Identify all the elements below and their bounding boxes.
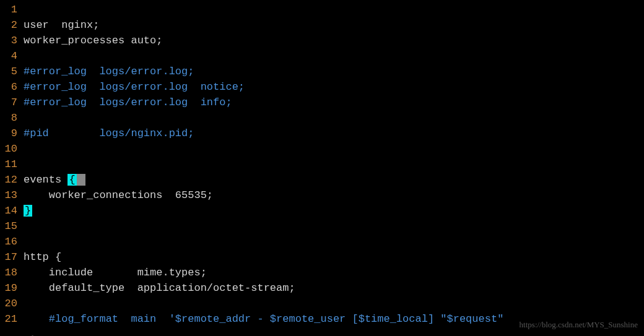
line-number: 19 (0, 280, 17, 296)
code-segment: user nginx; (24, 19, 99, 31)
code-line[interactable]: default_type application/octet-stream; (24, 280, 644, 296)
line-number: 15 (0, 218, 17, 234)
code-segment: { (67, 174, 76, 186)
code-line[interactable] (24, 218, 644, 234)
code-segment: } (24, 205, 32, 217)
line-number: 18 (0, 265, 17, 280)
code-line[interactable] (24, 157, 644, 172)
code-line[interactable]: http { (24, 249, 644, 265)
code-line[interactable]: user nginx; (24, 17, 644, 33)
code-area[interactable]: user nginx;worker_processes auto;#error_… (24, 2, 644, 327)
code-segment: events (24, 174, 67, 186)
line-number: 5 (0, 64, 17, 79)
code-segment (24, 313, 49, 325)
code-segment: http { (24, 251, 61, 263)
line-number: 7 (0, 95, 17, 110)
code-segment: #log_format main '$remote_addr - $remote… (49, 313, 504, 325)
line-number: 9 (0, 126, 17, 141)
line-number: 8 (0, 110, 17, 126)
code-segment: default_type application/octet-stream; (24, 282, 295, 294)
code-line[interactable]: } (24, 203, 644, 218)
code-line[interactable]: worker_connections 65535; (24, 187, 644, 203)
code-line[interactable]: include mime.types; (24, 265, 644, 280)
code-line[interactable] (24, 234, 644, 249)
line-number: 16 (0, 234, 17, 249)
code-line[interactable] (24, 141, 644, 157)
line-number: 14 (0, 203, 17, 218)
line-number: 20 (0, 296, 17, 311)
code-line[interactable] (24, 296, 644, 311)
code-line[interactable] (24, 2, 644, 17)
code-segment: #error_log logs/error.log info; (24, 97, 232, 108)
line-number: 3 (0, 33, 17, 48)
code-line[interactable]: #log_format main '$remote_addr - $remote… (24, 311, 644, 327)
line-number: 1 (0, 2, 17, 17)
code-segment: #pid logs/nginx.pid; (24, 127, 194, 139)
code-line[interactable]: worker_processes auto; (24, 33, 644, 48)
code-line[interactable] (24, 48, 644, 64)
line-number: 4 (0, 48, 17, 64)
code-line[interactable] (24, 110, 644, 126)
code-line[interactable]: #error_log logs/error.log notice; (24, 79, 644, 95)
line-number: 13 (0, 187, 17, 203)
line-number: 6 (0, 79, 17, 95)
gutter: 123456789101112131415161718192021 (0, 2, 24, 327)
line-number: 21 (0, 311, 17, 327)
code-segment: #error_log logs/error.log; (24, 66, 194, 77)
continuation-indicator: , (0, 327, 644, 336)
code-line[interactable]: #error_log logs/error.log info; (24, 95, 644, 110)
code-editor[interactable]: 123456789101112131415161718192021 user n… (0, 0, 644, 327)
code-line[interactable]: #pid logs/nginx.pid; (24, 126, 644, 141)
code-segment: include mime.types; (24, 267, 207, 278)
code-segment: worker_processes auto; (24, 35, 162, 46)
code-segment: #error_log logs/error.log notice; (24, 81, 245, 93)
code-line[interactable]: events { (24, 172, 644, 187)
line-number: 11 (0, 157, 17, 172)
line-number: 17 (0, 249, 17, 265)
code-segment (77, 174, 85, 186)
line-number: 10 (0, 141, 17, 157)
line-number: 2 (0, 17, 17, 33)
line-number: 12 (0, 172, 17, 187)
code-line[interactable]: #error_log logs/error.log; (24, 64, 644, 79)
code-segment: worker_connections 65535; (24, 189, 213, 201)
